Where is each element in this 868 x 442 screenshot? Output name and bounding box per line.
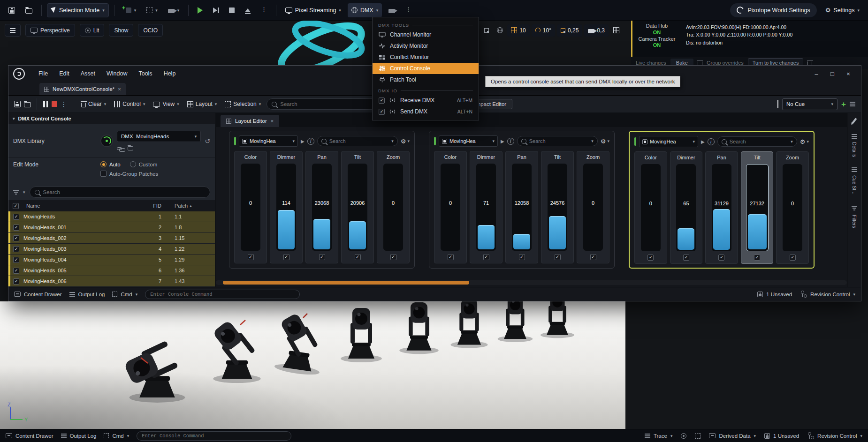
fader-track[interactable]: 27132 (746, 164, 769, 251)
fader-enable-checkbox[interactable]: ✓ (519, 254, 525, 260)
fixture-search-input[interactable] (30, 187, 210, 198)
filter-icon[interactable] (14, 192, 18, 193)
capture-button[interactable] (385, 3, 399, 17)
menu-file[interactable]: File (33, 68, 53, 79)
pixotope-world-settings-button[interactable]: Pixotope World Settings (730, 3, 816, 17)
fader-track[interactable]: 23068 (312, 164, 332, 251)
frame-skip-button[interactable] (209, 3, 222, 17)
menu-item-channel-monitor[interactable]: Channel Monitor (373, 29, 479, 40)
menu-edit[interactable]: Edit (54, 68, 75, 79)
row-checkbox[interactable]: ✓ (13, 214, 19, 220)
close-tab-icon[interactable]: × (271, 118, 274, 124)
row-checkbox[interactable]: ✓ (13, 225, 19, 231)
fader-enable-checkbox[interactable]: ✓ (647, 255, 654, 261)
layout-dropdown[interactable]: Layout▾ (185, 99, 220, 109)
io-checkbox[interactable]: ✓ (379, 109, 385, 115)
expand-arrow-icon[interactable]: ▶ (301, 139, 305, 144)
stop-button[interactable] (225, 3, 238, 17)
fader-tilt[interactable]: Tilt20906✓ (341, 151, 374, 263)
cue-select[interactable]: No Cue▾ (782, 98, 838, 110)
grid-snap-control[interactable]: 10 (507, 24, 529, 37)
console-search-input[interactable] (266, 98, 384, 110)
perspective-dropdown[interactable]: Perspective (25, 24, 75, 37)
library-asset-icon[interactable] (100, 135, 113, 147)
group-search-input[interactable]: Search▾ (517, 136, 598, 146)
menu-item-activity-monitor[interactable]: Activity Monitor (373, 40, 479, 52)
unsaved-indicator[interactable]: 1 Unsaved (757, 292, 792, 297)
viewport-3d-scene[interactable]: Z Y (0, 301, 625, 429)
fader-enable-checkbox[interactable]: ✓ (718, 255, 724, 261)
add-cue-button[interactable]: + (841, 100, 846, 108)
toolbar-options-menu[interactable]: ⋮ (402, 3, 415, 17)
fader-enable-checkbox[interactable]: ✓ (319, 254, 325, 260)
fader-pan[interactable]: Pan12058✓ (505, 151, 538, 263)
auto-radio[interactable] (100, 161, 107, 167)
fader-zoom[interactable]: Zoom0✓ (577, 151, 609, 263)
dmx-library-select[interactable]: DMX_MovingHeads ▾ (117, 131, 201, 142)
playback-options-menu[interactable]: ⋮ (61, 101, 67, 107)
fader-enable-checkbox[interactable]: ✓ (355, 254, 361, 260)
selection-mode-dropdown[interactable]: Selection Mode ▾ (47, 3, 109, 17)
fixture-search-field[interactable] (43, 189, 205, 195)
column-patch[interactable]: Patch▴ (175, 203, 215, 209)
console-command-input[interactable] (145, 290, 300, 299)
expand-arrow-icon[interactable]: ▶ (501, 139, 504, 144)
layout-editor-tab[interactable]: Layout Editor × (221, 115, 279, 127)
browse-library-icon[interactable] (128, 146, 133, 150)
menu-help[interactable]: Help (159, 68, 181, 79)
save-button[interactable] (5, 3, 19, 17)
fader-enable-checkbox[interactable]: ✓ (390, 254, 396, 260)
auto-group-checkbox[interactable]: ✓ (100, 171, 107, 177)
fixture-group-select[interactable]: MovingHea▾ (239, 135, 298, 147)
close-button[interactable]: × (840, 70, 856, 77)
patch-row-movingheads-001[interactable]: ✓MovingHeads_00121.8 (8, 222, 215, 233)
fixture-group-panel[interactable]: MovingHea▾▶iSearch▾⚙▾Color0✓Dimmer114✓Pa… (229, 131, 415, 269)
fader-track[interactable]: 20906 (348, 164, 367, 251)
fader-enable-checkbox[interactable]: ✓ (483, 254, 489, 260)
unsaved-indicator[interactable]: 1 Unsaved (764, 433, 799, 439)
revision-control-dropdown[interactable]: Revision Control▾ (800, 291, 855, 297)
menu-item-receive-dmx[interactable]: ✓Receive DMXALT+M (373, 95, 479, 106)
save-icon[interactable] (14, 101, 21, 107)
fader-track[interactable]: 114 (276, 164, 296, 251)
menu-item-patch-tool[interactable]: Patch Tool (373, 74, 479, 85)
fixture-group-select[interactable]: MovingHea▾ (639, 136, 698, 147)
rotation-snap-control[interactable]: 10° (532, 24, 555, 37)
world-space-button[interactable] (494, 24, 505, 37)
fader-track[interactable]: 65 (676, 164, 696, 251)
row-checkbox[interactable]: ✓ (13, 278, 19, 285)
view-dropdown[interactable]: View▾ (151, 99, 181, 109)
patch-row-movingheads-006[interactable]: ✓MovingHeads_00671.43 (8, 276, 215, 287)
derived-data-dropdown[interactable]: Derived Data▾ (709, 433, 756, 439)
fader-enable-checkbox[interactable]: ✓ (448, 254, 454, 260)
patch-row-movingheads-002[interactable]: ✓MovingHeads_00231.15 (8, 233, 215, 244)
fader-color[interactable]: Color0✓ (434, 151, 467, 263)
horizontal-scrollbar[interactable] (216, 280, 847, 285)
use-selected-icon[interactable] (117, 147, 122, 150)
minimize-button[interactable]: – (808, 70, 824, 77)
scale-snap-control[interactable]: 0,25 (557, 24, 582, 37)
fixture-group-panel[interactable]: MovingHea▾▶iSearch▾⚙▾Color0✓Dimmer65✓Pan… (629, 131, 815, 269)
group-search-input[interactable]: Search▾ (717, 136, 797, 147)
content-drawer-button[interactable]: Content Drawer (6, 433, 53, 439)
row-checkbox[interactable]: ✓ (13, 246, 19, 252)
selection-dropdown[interactable]: Selection▾ (222, 99, 263, 109)
group-settings-button[interactable]: ⚙▾ (601, 138, 609, 144)
menu-item-conflict-monitor[interactable]: Conflict Monitor (373, 52, 479, 63)
fader-track[interactable]: 12058 (512, 164, 532, 251)
fader-track[interactable]: 0 (583, 164, 603, 251)
fader-pan[interactable]: Pan31129✓ (705, 151, 738, 264)
fader-track[interactable]: 0 (641, 164, 661, 251)
fader-track[interactable]: 31129 (712, 164, 731, 251)
revision-control-dropdown[interactable]: Revision Control▾ (807, 433, 862, 439)
io-checkbox[interactable]: ✓ (379, 97, 385, 104)
quick-add-dropdown[interactable]: ▾ (120, 3, 140, 17)
fixture-group-select[interactable]: MovingHea▾ (439, 135, 498, 147)
fader-color[interactable]: Color0✓ (634, 151, 667, 264)
fader-dimmer[interactable]: Dimmer71✓ (470, 151, 503, 263)
fader-enable-checkbox[interactable]: ✓ (590, 254, 596, 260)
row-checkbox[interactable]: ✓ (13, 268, 19, 274)
fader-tilt[interactable]: Tilt24576✓ (541, 151, 574, 263)
fader-enable-checkbox[interactable]: ✓ (555, 254, 561, 260)
expand-arrow-icon[interactable]: ▶ (701, 139, 705, 144)
